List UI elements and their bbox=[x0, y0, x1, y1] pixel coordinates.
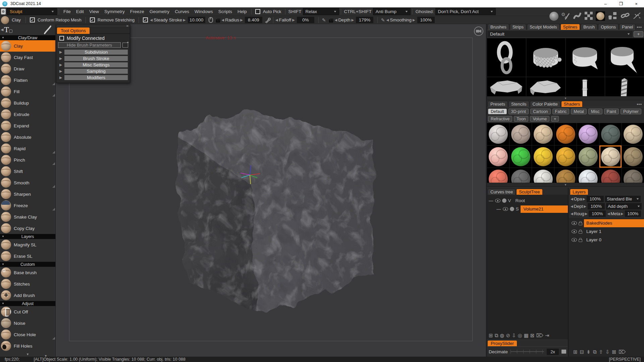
menu-file[interactable]: File bbox=[61, 9, 73, 14]
spline-thumb-cylinder-spike[interactable] bbox=[605, 38, 644, 77]
depth-mode-select[interactable]: Add depth▼ bbox=[606, 203, 642, 209]
group-brush-stroke[interactable]: Brush Stroke bbox=[64, 56, 128, 61]
sidebar-item-add-brush[interactable]: +Add Brush bbox=[0, 290, 55, 301]
sidebar-item-snake-clay[interactable]: Snake Clay bbox=[0, 211, 55, 223]
expand-arrow-icon[interactable]: ▶ bbox=[59, 63, 62, 67]
lock-icon[interactable] bbox=[579, 231, 582, 234]
shader-cat-metal[interactable]: Metal bbox=[571, 109, 587, 114]
brush-stroke-preview[interactable] bbox=[43, 25, 53, 35]
sidebar-item-magnify-sl[interactable]: Magnify SL bbox=[0, 239, 55, 250]
link-icon[interactable] bbox=[620, 11, 630, 22]
visibility-eye-icon[interactable] bbox=[572, 230, 577, 233]
falloff-value[interactable]: 0% bbox=[297, 17, 314, 23]
collapse-minus-icon[interactable]: — bbox=[489, 198, 493, 203]
shader-cat-cartoon[interactable]: Cartoon bbox=[530, 109, 550, 114]
collapse-minus-icon[interactable]: — bbox=[496, 206, 501, 212]
sidebar-item-absolute[interactable]: Absolute bbox=[0, 131, 55, 143]
section-header-adjust[interactable]: ▼Adjust bbox=[0, 301, 55, 306]
modify-connected-checkbox[interactable]: Modify Connected bbox=[56, 34, 130, 42]
layers-tab[interactable]: Layers bbox=[570, 189, 588, 195]
steady-stroke-checkbox[interactable] bbox=[141, 17, 150, 22]
menu-curves[interactable]: Curves bbox=[172, 9, 192, 14]
shader-sphere-18[interactable] bbox=[577, 168, 599, 183]
shader-cat-polymer[interactable]: Polymer bbox=[621, 109, 641, 114]
shader-cat-paint[interactable]: Paint bbox=[604, 109, 619, 114]
material-preview[interactable] bbox=[595, 11, 605, 21]
shader-cat-toon[interactable]: Toon bbox=[514, 116, 528, 122]
menu-windows[interactable]: Windows bbox=[192, 9, 216, 14]
sidebar-item-noise[interactable]: Noise bbox=[0, 317, 55, 329]
shader-sphere-16[interactable] bbox=[532, 168, 554, 183]
sidebar-item-stitches[interactable]: Stitches bbox=[0, 278, 55, 290]
visibility-eye-icon[interactable] bbox=[503, 207, 508, 211]
sidebar-item-rapid[interactable]: Rapid bbox=[0, 143, 55, 154]
shader-cat-default[interactable]: Default bbox=[488, 109, 507, 114]
group-misc-settings[interactable]: Misc Settings bbox=[64, 62, 128, 67]
add-image-icon[interactable] bbox=[122, 43, 128, 48]
strokes-icon[interactable] bbox=[573, 11, 582, 22]
panel-menu-icon[interactable]: ••• bbox=[637, 102, 642, 107]
shader-sphere-4[interactable] bbox=[577, 123, 599, 145]
center-icon[interactable]: ◎ bbox=[518, 333, 522, 339]
sidebar-item-cut-off[interactable]: Cut Off bbox=[0, 306, 55, 317]
steady-stroke-value[interactable]: 10.000 bbox=[188, 17, 205, 23]
tab-presets[interactable]: Presets bbox=[488, 101, 508, 107]
shader-cat-volume[interactable]: Volume bbox=[530, 116, 549, 122]
status-expander-icon[interactable]: ▼ bbox=[44, 354, 47, 358]
conform-retopo-checkbox[interactable]: Conform Retopo Mesh bbox=[28, 17, 84, 22]
tab-brush[interactable]: Brush bbox=[581, 24, 597, 30]
add-spline-button[interactable]: + bbox=[634, 31, 643, 37]
hide-brush-parameters-button[interactable]: Hide Brush Parameters bbox=[58, 42, 121, 48]
sidebar-item-sharpen[interactable]: Sharpen bbox=[0, 188, 55, 200]
shader-sphere-15[interactable] bbox=[509, 168, 532, 183]
pen-nib-icon[interactable] bbox=[264, 17, 271, 23]
sidebar-item-erase-sl[interactable]: Erase SL bbox=[0, 250, 55, 262]
tree-row-volume21[interactable]: —SVolume21 bbox=[487, 205, 568, 213]
sidebar-item-fill-holes[interactable]: Fill Holes bbox=[0, 340, 55, 352]
menu-scripts[interactable]: Scripts bbox=[216, 9, 235, 14]
radius-value[interactable]: 8.409 bbox=[245, 17, 262, 23]
group-sampling[interactable]: Sampling bbox=[64, 69, 128, 74]
page-icon[interactable] bbox=[561, 350, 566, 354]
roughness-spinner[interactable]: ◀Roug▶ bbox=[571, 211, 587, 216]
tab-sculpttree[interactable]: SculptTree bbox=[516, 189, 542, 195]
depth-value[interactable]: 179% bbox=[356, 17, 373, 23]
import-icon[interactable]: ⇩ bbox=[512, 333, 516, 339]
remove-stretching-checkbox[interactable]: Remove Stretching bbox=[88, 17, 137, 22]
spline-thumb-rock-slab[interactable] bbox=[487, 77, 526, 96]
shader-sphere-9[interactable] bbox=[532, 145, 554, 168]
shader-sphere-6[interactable] bbox=[622, 123, 644, 145]
shader-sphere-14[interactable] bbox=[487, 168, 509, 183]
group-modifiers[interactable]: Modifiers bbox=[64, 75, 128, 80]
close-button[interactable]: × bbox=[629, 0, 644, 7]
tab-sculpt-models[interactable]: Sculpt Models bbox=[527, 24, 560, 30]
lock-icon[interactable] bbox=[579, 223, 582, 225]
layer-row-layer-1[interactable]: Layer 1 bbox=[569, 227, 644, 236]
tab-color-palette[interactable]: Color Palette bbox=[530, 101, 560, 107]
save-icon[interactable]: ⇟ bbox=[586, 349, 591, 355]
panel-drag-handle[interactable]: ✕ bbox=[56, 25, 130, 27]
sidebar-item-base-brush[interactable]: ⚙Base brush bbox=[0, 267, 55, 278]
smoothing-spinner[interactable]: ◀Smoothing▶ bbox=[386, 17, 415, 22]
menu-symmetry[interactable]: Symmetry bbox=[102, 9, 127, 14]
camera-icon[interactable] bbox=[474, 26, 484, 36]
tab-brushes[interactable]: Brushes bbox=[488, 24, 509, 30]
x-icon[interactable]: ⊠ bbox=[612, 349, 616, 355]
lock-icon[interactable] bbox=[579, 239, 582, 242]
export-icon[interactable]: ⇥ bbox=[545, 333, 549, 339]
exclude-icon[interactable]: ⊘ bbox=[506, 333, 510, 339]
ghosted-select[interactable]: Don't Pick, Don't Act ▼ bbox=[435, 8, 496, 15]
text-tool-icon[interactable]: T bbox=[4, 26, 9, 34]
proxy-slider-tab[interactable]: ProxySlider bbox=[488, 341, 517, 346]
section-header-custom[interactable]: ▼Custom bbox=[0, 262, 55, 267]
metalness-value[interactable]: 100% bbox=[625, 210, 641, 217]
tree-node-name[interactable]: Volume21 bbox=[521, 205, 568, 213]
buckets-icon[interactable] bbox=[607, 11, 618, 22]
shader-sphere-0[interactable] bbox=[487, 123, 509, 145]
decimate-value[interactable]: 2x bbox=[547, 349, 559, 355]
shader-sphere-10[interactable] bbox=[554, 145, 577, 168]
grid-icon[interactable]: ▦ bbox=[524, 333, 529, 339]
sidebar-item-smooth[interactable]: Smooth bbox=[0, 177, 55, 188]
shader-sphere-13[interactable] bbox=[622, 145, 644, 168]
add-icon[interactable]: ⊞ bbox=[489, 333, 493, 339]
